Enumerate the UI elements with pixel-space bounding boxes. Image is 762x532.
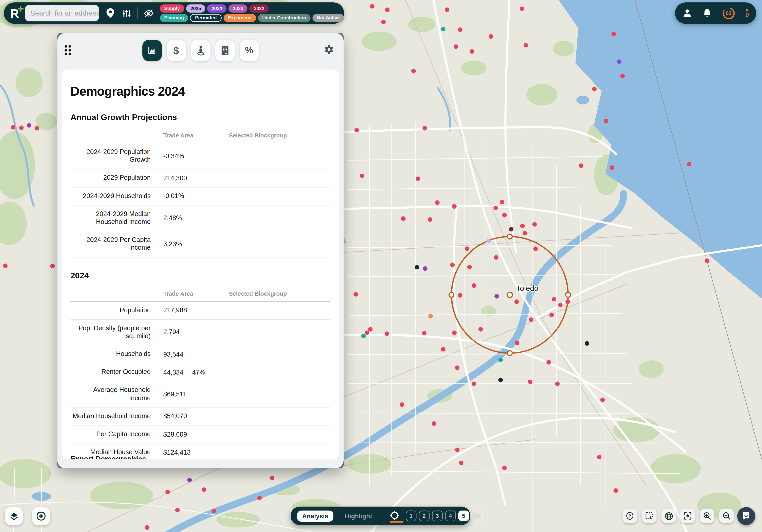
trade-area-tool[interactable] (389, 507, 400, 524)
map-dot[interactable] (498, 377, 503, 382)
map-dot[interactable] (509, 227, 513, 232)
filter-sliders-icon[interactable] (121, 8, 131, 18)
map-dot[interactable] (450, 263, 455, 267)
radius-count-2[interactable]: 2 (419, 510, 429, 521)
map-dot[interactable] (546, 360, 551, 365)
map-dot[interactable] (472, 283, 476, 288)
filter-pill-supply[interactable]: Supply (160, 4, 184, 13)
map-dot[interactable] (145, 525, 149, 530)
add-location-button[interactable] (32, 507, 50, 525)
map-dot[interactable] (270, 476, 274, 480)
mode-analysis[interactable]: Analysis (297, 510, 334, 521)
zoom-in-button[interactable] (700, 508, 714, 523)
map-dot[interactable] (354, 128, 359, 132)
notification-counter[interactable]: 0 (745, 9, 749, 18)
map-dot[interactable] (423, 266, 427, 271)
notifications-bell-icon[interactable] (702, 8, 712, 18)
map-dot[interactable] (687, 162, 691, 166)
hide-layers-eye-off-icon[interactable] (144, 8, 153, 18)
mode-highlight[interactable]: Highlight (340, 510, 378, 521)
map-dot[interactable] (579, 163, 583, 168)
map-dot[interactable] (452, 204, 457, 209)
map-dot[interactable] (529, 317, 533, 322)
map-dot[interactable] (454, 44, 458, 49)
map-dot[interactable] (361, 334, 366, 338)
map-dot[interactable] (385, 8, 390, 12)
map-dot[interactable] (479, 327, 483, 331)
map-dot[interactable] (441, 27, 445, 31)
filter-pill-under-construction[interactable]: Under Construction (258, 14, 310, 22)
map-dot[interactable] (368, 327, 372, 331)
tab-buildings[interactable] (215, 40, 234, 61)
map-dot[interactable] (458, 293, 463, 298)
map-dot[interactable] (489, 34, 493, 38)
radius-count-4[interactable]: 4 (445, 510, 456, 521)
map-dot[interactable] (422, 126, 427, 130)
location-pin-icon[interactable] (106, 8, 115, 18)
filter-pill-not-active[interactable]: Not Active (312, 14, 344, 22)
map-dot[interactable] (610, 166, 614, 170)
map-dot[interactable] (566, 299, 570, 304)
map-dot[interactable] (381, 20, 386, 24)
map-dot[interactable] (514, 299, 519, 304)
map-dot[interactable] (175, 508, 180, 512)
map-dot[interactable] (459, 461, 463, 465)
map-dot[interactable] (486, 239, 491, 243)
map-dot[interactable] (467, 265, 472, 269)
map-dot[interactable] (415, 265, 419, 269)
map-dot[interactable] (558, 303, 563, 307)
map-dot[interactable] (592, 87, 597, 91)
map-dot[interactable] (3, 263, 8, 268)
trade-area-handle[interactable] (507, 292, 512, 297)
map-dot[interactable] (523, 231, 527, 235)
account-icon[interactable] (682, 8, 692, 18)
map-dot[interactable] (401, 216, 406, 221)
search-bar[interactable] (25, 5, 99, 22)
map-dot[interactable] (211, 509, 216, 513)
map-dot[interactable] (428, 314, 433, 318)
trade-area-handle[interactable] (507, 234, 512, 239)
map-dot[interactable] (411, 69, 416, 73)
map-dot[interactable] (11, 125, 15, 130)
zoom-out-button[interactable] (719, 508, 734, 523)
panel-settings-gear-icon[interactable] (323, 44, 335, 55)
map-dot[interactable] (502, 213, 506, 218)
trade-area-handle[interactable] (507, 351, 512, 356)
filter-pill-expansion[interactable]: Expansion (223, 14, 256, 22)
filter-pill-2023[interactable]: 2023 (228, 4, 248, 13)
filter-pill-2025[interactable]: 2025 (186, 4, 205, 13)
map-dot[interactable] (470, 49, 474, 54)
chat-support-button[interactable] (737, 507, 755, 525)
map-dot[interactable] (428, 217, 432, 222)
trade-area-handle[interactable] (449, 293, 454, 297)
map-dot[interactable] (35, 126, 39, 130)
map-dot[interactable] (555, 381, 560, 386)
filter-pill-permitted[interactable]: Permitted (190, 14, 222, 22)
map-dot[interactable] (549, 312, 554, 317)
map-dot[interactable] (465, 246, 469, 251)
map-dot[interactable] (705, 258, 709, 263)
export-demographics-label[interactable]: Export Demographics (70, 455, 146, 459)
map-dot[interactable] (27, 123, 31, 128)
map-dot[interactable] (400, 402, 404, 407)
radius-count-5[interactable]: 5 (458, 510, 469, 521)
basemap-button[interactable] (661, 508, 676, 523)
filter-pill-2022[interactable]: 2022 (250, 4, 269, 13)
map-dot[interactable] (445, 8, 449, 12)
map-dot[interactable] (528, 379, 532, 384)
map-dot[interactable] (19, 125, 24, 130)
map-dot[interactable] (441, 347, 445, 352)
demographics-card[interactable]: Demographics 2024 Annual Growth Projecti… (62, 70, 339, 459)
map-dot[interactable] (500, 200, 504, 204)
map-dot[interactable] (614, 488, 618, 493)
map-dot[interactable] (257, 496, 262, 500)
map-dot[interactable] (165, 490, 170, 494)
recenter-button[interactable] (680, 508, 695, 523)
layers-button[interactable] (5, 507, 23, 525)
map-dot[interactable] (617, 59, 621, 64)
select-area-button[interactable] (642, 508, 656, 523)
map-dot[interactable] (552, 297, 556, 301)
map-dot[interactable] (533, 246, 538, 251)
drag-handle[interactable] (65, 45, 71, 55)
app-logo[interactable]: R + (10, 6, 22, 21)
